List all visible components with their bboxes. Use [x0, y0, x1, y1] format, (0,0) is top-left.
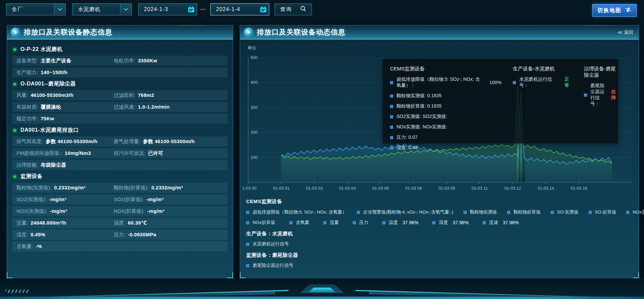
legend-item[interactable]: SO:折算值 — [589, 209, 616, 215]
legend-item[interactable]: 企业预警值(颗粒物:4; sOz-; NOx-;含氧气量:-) — [357, 209, 453, 215]
bottom-decoration — [0, 278, 644, 299]
tooltip-title: CEMS监测设备 — [390, 66, 501, 72]
field-label: 湿度: — [16, 232, 28, 238]
field-value: -mg/m³ — [49, 196, 66, 202]
series-marker-icon — [390, 126, 393, 129]
tooltip-title: 治理设备-磨尾除尘器 — [584, 66, 616, 78]
search-icon — [300, 6, 306, 13]
chevron-down-icon[interactable] — [54, 4, 65, 15]
legend-marker-icon — [289, 221, 292, 224]
monitor-device-title: 监测设备：磨尾除尘器 — [246, 252, 298, 258]
field-label: 压力: — [114, 232, 125, 238]
legend-item[interactable]: 压力 — [353, 220, 368, 226]
play-icon — [11, 28, 20, 37]
field-label: NOX(实测值): — [16, 208, 47, 215]
field-label: 生产能力: — [16, 69, 38, 76]
legend-item[interactable]: NOx实测值 — [626, 209, 644, 215]
info-row: 湿度:0.45% 压力:-0.0930MPa — [12, 230, 227, 240]
svg-text:400: 400 — [251, 80, 258, 85]
field-label: SO2(折算值): — [114, 196, 144, 203]
section-header: O-DA001--磨尾除尘器 — [13, 80, 227, 87]
info-row: 流量:24048.000m³/h 温度:60.39℃ — [12, 218, 227, 228]
legend-item[interactable]: 流量 — [323, 220, 339, 226]
legend-marker-icon — [382, 221, 385, 224]
info-row: 生产能力:140~150t/h — [12, 67, 227, 77]
back-link[interactable]: << 返回 — [618, 29, 633, 36]
legend-item[interactable]: 颗粒物实测值 — [464, 209, 497, 215]
tooltip-item: 超低排放限值（颗拉物:5: SOz-; NOx; 含氧量）：100% — [390, 76, 501, 88]
series-marker-icon — [390, 146, 393, 150]
info-row: 额定功率:75Kw — [12, 114, 227, 124]
field-value: 参数 46100-55300m/h — [46, 138, 97, 145]
legend-item[interactable]: 温度37.96% — [382, 220, 418, 226]
legend-item[interactable]: 湿度37.96% — [432, 220, 468, 226]
svg-text:01-03 01: 01-03 01 — [273, 186, 289, 191]
play-icon — [244, 28, 253, 37]
static-panel-title: 排放口及关联设备静态信息 — [24, 27, 112, 37]
decoration-bottom-bar — [0, 297, 644, 299]
legend-item[interactable]: 水泥磨机运行信号 — [246, 241, 293, 247]
field-value: 1.0-1.2m/min — [138, 104, 169, 110]
monitor-device-block: 监测设备：磨尾除尘器 磨尾除尘器运行信号 — [246, 252, 298, 268]
plant-select[interactable]: 全厂 — [6, 3, 66, 15]
field-value: 0.2332mg/m³ — [151, 185, 183, 190]
svg-text:01-03 06: 01-03 06 — [372, 186, 389, 191]
info-row: SO2(实测值):-mg/m³ SO2(折算值):-mg/m³ — [12, 194, 227, 204]
legend-item[interactable]: 流速37.96% — [483, 220, 519, 226]
date-from-input[interactable]: 2024-1-3 — [138, 3, 197, 15]
tooltip-title: 生产设备-水泥磨机 — [513, 66, 573, 72]
info-row: NOX(实测值):-mg/m³ NOX(折算值):-mg/m³ — [12, 206, 227, 216]
field-label: 设备类型: — [16, 58, 38, 64]
field-value: 主要生产设备 — [41, 58, 71, 64]
series-marker-icon — [390, 95, 393, 98]
svg-text:01-03 09: 01-03 09 — [438, 186, 455, 191]
field-label: PM超低排排放限值:: — [16, 150, 62, 157]
search-button[interactable]: 查询 — [274, 3, 312, 15]
green-square-icon — [13, 129, 16, 132]
dynamic-panel-header: 排放口及关联设备动态信息 << 返回 — [240, 25, 639, 40]
tooltip-item: 压力: 0.07 — [390, 134, 501, 140]
svg-text:300: 300 — [251, 105, 258, 110]
status-normal: 正常 — [565, 76, 573, 88]
legend-item[interactable]: 超低排放限值（颗拉物:5: SOz-; NOx; 含氧量） — [246, 209, 347, 215]
tooltip-item: 水泥磨机运行信号：正常 — [513, 76, 573, 88]
field-value: 140~150t/h — [41, 69, 67, 75]
field-label: 治理措施: — [16, 162, 38, 168]
legend-row: NOx折算值 含氧量 流量 压力 温度37.96% 湿度37.96% 流速37.… — [246, 220, 635, 226]
legend-item[interactable]: 磨尾除尘器运行信号 — [246, 262, 298, 268]
field-label: SO2(实测值): — [16, 196, 46, 203]
info-row: 风量:46100-55300m3/h 过滤面积:768m2 — [12, 90, 227, 100]
plant-select-value: 全厂 — [6, 6, 54, 13]
device-select[interactable]: 水泥磨机 — [72, 3, 132, 15]
search-button-label: 查询 — [280, 6, 292, 13]
switch-map-label: 切换地图 — [597, 7, 622, 14]
switch-arrows-icon — [625, 7, 632, 14]
legend-marker-icon — [507, 211, 510, 214]
switch-map-button[interactable]: 切换地图 — [592, 4, 637, 17]
top-toolbar: 全厂 水泥磨机 2024-1-3 — 2024-1-4 查询 切换 — [0, 0, 644, 19]
chart-tooltip: CEMS监测设备 超低排放限值（颗拉物:5: SOz-; NOx; 含氧量）：1… — [383, 59, 618, 143]
tooltip-treatment-column: 治理设备-磨尾除尘器 磨尾除尘器运行信号：故障 — [584, 64, 616, 138]
chevron-down-icon[interactable] — [120, 4, 131, 15]
field-value: 参数 46100-55300m/h — [143, 138, 195, 145]
calendar-icon[interactable] — [185, 4, 197, 15]
svg-text:01-03 16: 01-03 16 — [571, 186, 587, 191]
svg-text:500: 500 — [251, 55, 258, 60]
dashboard: 全厂 水泥磨机 2024-1-3 — 2024-1-4 查询 切换 — [0, 0, 644, 299]
static-panel-body: O-P-22 水泥磨机 设备类型:主要生产设备 电机功率:3350Kw 生产能力… — [7, 40, 233, 256]
field-value: 75Kw — [41, 116, 54, 121]
date-to-input[interactable]: 2024-1-4 — [210, 3, 269, 15]
date-range-separator: — — [200, 6, 206, 12]
legend-item[interactable]: SO:实测值 — [551, 209, 579, 215]
legend-marker-icon — [246, 264, 249, 267]
legend-item[interactable]: 含氧量 — [289, 220, 310, 226]
field-label: 过滤风速: — [114, 104, 135, 110]
calendar-icon[interactable] — [258, 4, 269, 15]
legend-item[interactable]: 颗粒物折算值 — [507, 209, 541, 215]
legend-item[interactable]: NOx折算值 — [246, 220, 275, 226]
legend-value: 37.96% — [452, 220, 468, 225]
svg-text:01-03 04: 01-03 04 — [339, 186, 356, 191]
series-marker-icon — [390, 115, 393, 118]
info-row: 布袋材质:覆膜涤纶 过滤风速:1.0-1.2m/min — [12, 102, 227, 112]
field-value: -mg/m³ — [50, 208, 67, 214]
